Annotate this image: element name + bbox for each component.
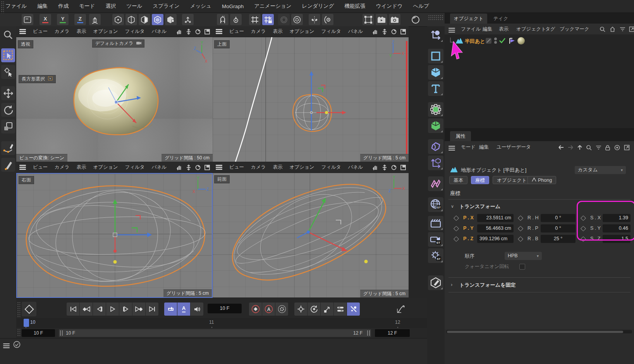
am-filter-icon[interactable] <box>595 144 602 151</box>
menu-mesh[interactable]: メッシュ <box>190 3 211 10</box>
render-view-button[interactable] <box>376 14 387 25</box>
key-circle-pz[interactable] <box>454 236 459 242</box>
vp-menu-view[interactable]: ビュー <box>229 28 244 35</box>
am-menu-mode[interactable]: モード <box>461 144 476 150</box>
key-rotation-button[interactable] <box>308 302 320 316</box>
interactive-render-region-button[interactable] <box>278 14 290 25</box>
volume-cube-button[interactable] <box>428 118 443 133</box>
goto-end-button[interactable] <box>146 302 158 316</box>
render-settings-button[interactable] <box>389 14 400 25</box>
menu-file[interactable]: ファイル <box>5 3 27 10</box>
rp-field[interactable]: 0 ° <box>541 224 576 232</box>
viewport2-canvas[interactable]: 上面 Z X Y グリッド間隔 : 5 cm <box>213 37 409 162</box>
pan-hand-icon[interactable] <box>372 29 378 35</box>
null-axis-button[interactable] <box>428 156 443 170</box>
freeze-section-label[interactable]: トランスフォームを固定 <box>459 282 515 289</box>
hamburger-icon[interactable] <box>216 164 222 171</box>
panel-drag-handle[interactable] <box>428 15 443 21</box>
tweak-tool[interactable] <box>1 65 15 79</box>
deformer-button[interactable] <box>428 139 443 154</box>
vp-menu-camera[interactable]: カメラ <box>55 164 69 171</box>
hamburger-icon[interactable] <box>19 28 26 35</box>
menu-mode[interactable]: モード <box>79 3 95 10</box>
prev-key-button[interactable] <box>80 302 93 316</box>
text-object-button[interactable] <box>428 81 443 96</box>
rotate-tool[interactable] <box>1 103 15 117</box>
vp-menu-panel[interactable]: パネル <box>348 28 363 35</box>
range-end-field[interactable]: 12 F <box>375 329 410 337</box>
editor-visibility-dot[interactable] <box>494 38 497 40</box>
record-keyframe-button[interactable] <box>249 302 262 316</box>
hscrollbar-thumb[interactable] <box>447 331 623 333</box>
om-menu-view[interactable]: 表示 <box>499 26 509 32</box>
range-handle-left[interactable] <box>60 330 61 336</box>
axis-z-lock-button[interactable]: Z <box>74 14 86 25</box>
menu-help[interactable]: ヘルプ <box>413 3 429 10</box>
transform-section-label[interactable]: トランスフォーム <box>459 203 500 210</box>
menu-create[interactable]: 作成 <box>58 3 69 10</box>
key-circle-sz[interactable] <box>581 236 586 242</box>
next-frame-button[interactable] <box>119 302 132 316</box>
vp-menu-display[interactable]: 表示 <box>273 28 282 35</box>
coordinate-system-button[interactable] <box>89 14 101 25</box>
sx-field[interactable]: 1.39 <box>603 214 631 222</box>
orbit-icon[interactable] <box>391 29 397 35</box>
attr-tab-object[interactable]: オブジェクト <box>493 176 531 184</box>
am-back-icon[interactable] <box>558 144 565 151</box>
om-new-window-icon[interactable] <box>628 26 634 32</box>
dolly-icon[interactable] <box>381 164 388 171</box>
material-editor-button[interactable] <box>428 275 443 290</box>
vp-menu-display[interactable]: 表示 <box>76 28 86 35</box>
spline-rectangle-button[interactable] <box>428 49 443 63</box>
menu-mograph[interactable]: MoGraph <box>222 3 244 9</box>
range-handle-left2[interactable] <box>62 330 63 336</box>
menu-spline[interactable]: スプライン <box>153 3 180 10</box>
range-handle-right[interactable] <box>367 330 368 336</box>
frame-selected-button[interactable] <box>363 14 374 25</box>
orbit-icon[interactable] <box>195 29 201 35</box>
pan-hand-icon[interactable] <box>176 164 182 171</box>
vp-menu-options[interactable]: オプション <box>289 28 314 35</box>
vp-menu-display[interactable]: 表示 <box>273 164 282 171</box>
stage-object-button[interactable] <box>428 216 443 231</box>
hamburger-icon[interactable] <box>216 28 222 35</box>
vp-menu-camera[interactable]: カメラ <box>251 164 266 171</box>
vp-menu-filter[interactable]: フィルタ <box>321 28 341 35</box>
spline-pen-tool[interactable] <box>1 141 15 155</box>
vp-menu-options[interactable]: オプション <box>289 164 314 171</box>
om-home-icon[interactable] <box>609 26 616 32</box>
keyframe-selection-button[interactable] <box>22 302 36 316</box>
modeling-settings-button[interactable] <box>322 14 333 25</box>
keyframe-settings-button[interactable] <box>275 302 288 316</box>
freeze-collapse-icon[interactable]: › <box>451 282 452 287</box>
sz-field[interactable]: 1.5 <box>603 235 631 243</box>
key-circle-sx[interactable] <box>581 215 586 221</box>
dolly-icon[interactable] <box>186 164 192 171</box>
instance-button[interactable] <box>428 176 443 191</box>
am-forward-icon[interactable] <box>567 144 574 151</box>
pan-hand-icon[interactable] <box>176 29 182 35</box>
simulate-button[interactable] <box>410 14 421 25</box>
tab-attributes[interactable]: 属性 <box>450 131 471 141</box>
axis-y-lock-button[interactable]: Y <box>57 14 69 25</box>
tab-objects[interactable]: オブジェクト <box>450 14 487 24</box>
orbit-icon[interactable] <box>391 164 397 171</box>
autokey-button[interactable]: A <box>177 302 190 316</box>
rh-field[interactable]: 0 ° <box>541 214 576 222</box>
am-lock-icon[interactable] <box>604 144 611 151</box>
polygons-mode-button[interactable] <box>139 14 150 25</box>
loop-playback-button[interactable] <box>164 302 177 316</box>
goto-start-button[interactable] <box>67 302 79 316</box>
mirror-tool-button[interactable] <box>309 14 320 25</box>
enabled-check-icon[interactable] <box>499 38 506 44</box>
generator-button[interactable] <box>428 102 443 117</box>
vp-menu-camera[interactable]: カメラ <box>55 28 69 35</box>
am-target-icon[interactable] <box>613 144 620 151</box>
maximize-view-icon[interactable] <box>400 29 406 35</box>
sky-object-button[interactable]: ST <box>428 197 443 212</box>
cube-primitive-button[interactable] <box>428 65 443 80</box>
menu-tools[interactable]: ツール <box>126 3 142 10</box>
key-circle-sy[interactable] <box>581 226 586 231</box>
menu-rendering[interactable]: レンダリング <box>302 3 334 10</box>
am-search-icon[interactable] <box>585 144 592 151</box>
